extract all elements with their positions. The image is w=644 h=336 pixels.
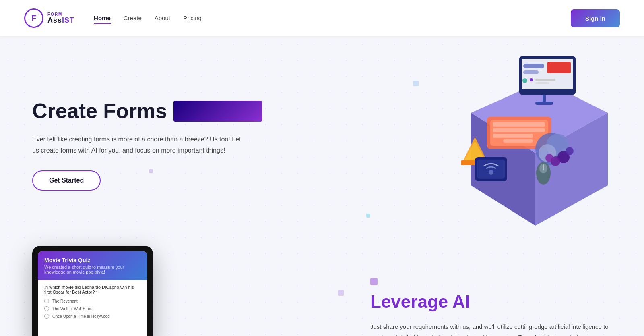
- leverage-accent: [370, 278, 378, 285]
- tablet-option-2: The Wolf of Wall Street: [44, 306, 141, 311]
- leverage-description: Just share your requirements with us, an…: [370, 321, 612, 336]
- second-section: Movie Trivia Quiz We created a short qui…: [0, 246, 644, 336]
- nav-home[interactable]: Home: [94, 13, 111, 24]
- leverage-title: Leverage AI: [370, 292, 612, 312]
- radio-1: [44, 299, 49, 303]
- hero-title: Create Forms: [32, 100, 262, 122]
- svg-rect-17: [493, 128, 545, 132]
- navbar: F FORM AssIST Home Create About Pricing …: [0, 0, 644, 36]
- svg-rect-13: [535, 102, 553, 105]
- svg-rect-19: [503, 139, 533, 143]
- logo[interactable]: F FORM AssIST: [24, 8, 74, 28]
- svg-rect-31: [477, 160, 505, 179]
- svg-rect-35: [543, 164, 544, 170]
- svg-point-25: [545, 154, 553, 162]
- leverage-highlight: AI: [452, 292, 470, 311]
- tablet-option-3: Once Upon a Time in Hollywood: [44, 314, 141, 319]
- svg-point-8: [522, 78, 527, 83]
- svg-point-9: [530, 78, 533, 81]
- radio-2: [44, 306, 49, 311]
- main-content: Create Forms Ever felt like creating for…: [0, 36, 644, 336]
- logo-icon: F: [24, 8, 43, 28]
- tablet-mockup: Movie Trivia Quiz We created a short qui…: [32, 246, 153, 336]
- svg-point-26: [566, 147, 574, 155]
- hero-left: Create Forms Ever felt like creating for…: [32, 100, 262, 191]
- tablet-header: Movie Trivia Quiz We created a short qui…: [38, 251, 147, 280]
- hero-section: Create Forms Ever felt like creating for…: [0, 36, 644, 246]
- nav-links: Home Create About Pricing: [94, 13, 202, 24]
- tablet-question: In which movie did Leonardo DiCaprio win…: [44, 285, 141, 295]
- radio-3: [44, 314, 49, 319]
- logo-assist-text: AssIST: [47, 17, 74, 24]
- hero-title-text: Create Forms: [32, 100, 167, 122]
- svg-rect-5: [547, 62, 571, 73]
- nav-create[interactable]: Create: [124, 13, 142, 24]
- nav-about[interactable]: About: [155, 13, 170, 24]
- hero-illustration: [419, 44, 644, 238]
- tablet-body: In which movie did Leonardo DiCaprio win…: [38, 280, 147, 326]
- leverage-section: Leverage AI Just share your requirements…: [370, 254, 612, 336]
- svg-rect-7: [523, 70, 539, 74]
- svg-point-32: [489, 170, 493, 175]
- get-started-button[interactable]: Get Started: [32, 170, 101, 191]
- hero-description: Ever felt like creating forms is more of…: [32, 134, 242, 156]
- svg-rect-18: [493, 134, 533, 138]
- iso-svg: [439, 56, 624, 226]
- nav-pricing[interactable]: Pricing: [183, 13, 202, 24]
- sign-in-button[interactable]: Sign in: [571, 9, 620, 27]
- tablet-option-1: The Revenant: [44, 299, 141, 303]
- svg-rect-11: [535, 82, 549, 84]
- isometric-image: [419, 44, 644, 238]
- tablet-screen: Movie Trivia Quiz We created a short qui…: [38, 251, 147, 336]
- tablet-subtitle: We created a short quiz to measure your …: [44, 265, 141, 274]
- leverage-prefix: Leverage: [370, 292, 452, 311]
- svg-rect-10: [535, 79, 555, 81]
- svg-rect-6: [523, 64, 544, 68]
- tablet-title: Movie Trivia Quiz: [44, 257, 141, 263]
- hero-title-highlight: [173, 101, 262, 122]
- svg-rect-16: [493, 122, 545, 127]
